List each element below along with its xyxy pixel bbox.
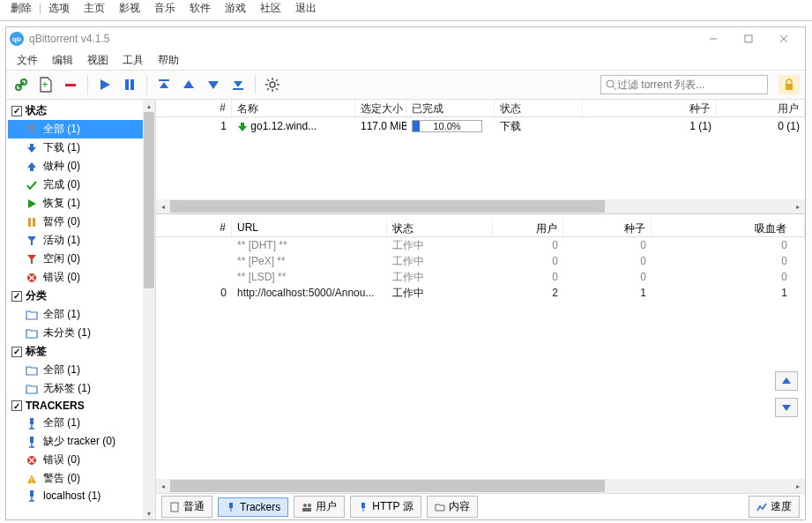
top-menu-item[interactable]: 主页: [77, 1, 112, 16]
tracker-row[interactable]: ** [LSD] **工作中000: [156, 269, 805, 285]
menu-item[interactable]: 视图: [80, 51, 115, 70]
dcol-url[interactable]: URL: [232, 220, 387, 236]
dcol-num[interactable]: #: [156, 220, 232, 236]
sidebar-item-trackers[interactable]: 错误 (0): [8, 451, 143, 469]
move-up-small-button[interactable]: [775, 371, 798, 391]
torrent-row[interactable]: 1 go1.12.wind...117.0 MiB10.0%下载1 (1)0 (…: [156, 117, 805, 135]
dcol-leech[interactable]: 吸血者: [652, 220, 805, 236]
top-menu-item[interactable]: 删除: [4, 1, 39, 16]
checkbox-icon[interactable]: ✓: [11, 291, 22, 302]
top-menu-item[interactable]: 影视: [112, 1, 147, 16]
filter-input[interactable]: [617, 78, 764, 91]
settings-button[interactable]: [263, 75, 282, 94]
remove-button[interactable]: [61, 75, 80, 94]
sidebar-section-head[interactable]: ✓标签: [8, 342, 143, 361]
sidebar-item-status[interactable]: 全部 (1): [8, 120, 143, 138]
dcol-peers[interactable]: 用户: [493, 220, 563, 236]
checkbox-icon[interactable]: ✓: [11, 347, 22, 357]
svg-marker-36: [27, 255, 36, 264]
tracker-row[interactable]: ** [PeX] **工作中000: [156, 253, 805, 269]
sidebar-section-head[interactable]: ✓状态: [8, 101, 143, 120]
move-up-button[interactable]: [179, 75, 198, 94]
sidebar-scrollbar[interactable]: ▴ ▾: [143, 100, 155, 519]
torrent-header[interactable]: # 名称 选定大小 已完成 状态 种子 用户: [156, 100, 805, 117]
move-down-button[interactable]: [204, 75, 223, 94]
col-status[interactable]: 状态: [495, 100, 583, 116]
tab-peers[interactable]: 用户: [294, 496, 345, 518]
scrollbar-down-icon[interactable]: ▾: [143, 507, 155, 519]
bottom-tabs: 普通 Trackers 用户 HTTP 源 内容 速度: [156, 493, 805, 519]
sidebar-item-category[interactable]: 未分类 (1): [8, 324, 143, 342]
col-seeds[interactable]: 种子: [583, 100, 717, 116]
scrollbar-up-icon[interactable]: ▴: [143, 100, 155, 112]
tab-http[interactable]: HTTP 源: [350, 496, 421, 518]
detail-hscroll[interactable]: ◂ ▸: [156, 479, 805, 493]
detail-header[interactable]: # URL 状态 用户 种子 吸血者: [156, 220, 805, 237]
sidebar-item-status[interactable]: 恢复 (1): [8, 194, 143, 213]
filter-search[interactable]: [600, 75, 768, 94]
tracker-row[interactable]: 0http://localhost:5000/Annou...工作中211: [156, 285, 805, 301]
menu-item[interactable]: 工具: [115, 51, 151, 70]
checkbox-icon[interactable]: ✓: [11, 400, 22, 411]
pause-button[interactable]: [120, 75, 139, 94]
move-bottom-button[interactable]: [228, 75, 248, 94]
menu-item[interactable]: 文件: [10, 51, 45, 70]
minimize-button[interactable]: [696, 28, 731, 49]
svg-point-59: [303, 504, 307, 507]
sidebar-item-tags[interactable]: 全部 (1): [8, 361, 143, 379]
sidebar-section-head[interactable]: ✓TRACKERS: [8, 398, 143, 414]
add-file-button[interactable]: +: [36, 75, 56, 94]
dcol-seeds[interactable]: 种子: [563, 220, 652, 236]
sidebar-item-status[interactable]: 完成 (0): [8, 176, 143, 194]
top-menu-item[interactable]: 社区: [253, 1, 288, 16]
sidebar-item-trackers[interactable]: localhost (1): [8, 488, 143, 504]
add-link-button[interactable]: [11, 75, 31, 94]
scrollbar-thumb[interactable]: [144, 112, 154, 288]
top-menu-item[interactable]: 软件: [183, 1, 218, 16]
sidebar-item-trackers[interactable]: 警告 (0): [8, 469, 143, 488]
sidebar-section-head[interactable]: ✓分类: [8, 287, 143, 305]
sidebar-item-trackers[interactable]: 全部 (1): [8, 414, 143, 432]
hscroll-right-icon[interactable]: ▸: [791, 199, 805, 213]
sidebar-item-status[interactable]: 做种 (0): [8, 157, 143, 176]
hscroll-right-icon[interactable]: ▸: [791, 479, 805, 493]
menu-item[interactable]: 编辑: [45, 51, 80, 70]
top-menu-item[interactable]: 选项: [41, 1, 77, 16]
warn-icon: [26, 473, 38, 485]
sidebar-item-status[interactable]: 下载 (1): [8, 138, 143, 157]
top-menu-item[interactable]: 游戏: [218, 1, 253, 16]
col-num[interactable]: #: [156, 100, 232, 116]
sidebar-item-category[interactable]: 全部 (1): [8, 305, 143, 324]
lock-button[interactable]: [778, 75, 800, 94]
top-menu-item[interactable]: 退出: [288, 1, 324, 16]
tracker-row[interactable]: ** [DHT] **工作中000: [156, 237, 805, 253]
tab-general[interactable]: 普通: [161, 496, 212, 518]
top-menu-item[interactable]: 音乐: [147, 1, 183, 16]
dcol-status[interactable]: 状态: [387, 220, 493, 236]
col-done[interactable]: 已完成: [406, 100, 495, 116]
sidebar-item-status[interactable]: 暂停 (0): [8, 213, 143, 231]
torrent-hscroll[interactable]: ◂ ▸: [156, 199, 805, 213]
col-size[interactable]: 选定大小: [355, 100, 406, 116]
maximize-button[interactable]: [731, 28, 766, 49]
menu-item[interactable]: 帮助: [151, 51, 186, 70]
hscroll-left-icon[interactable]: ◂: [156, 479, 170, 493]
hscroll-left-icon[interactable]: ◂: [156, 199, 170, 213]
col-name[interactable]: 名称: [232, 100, 355, 116]
checkbox-icon[interactable]: ✓: [11, 106, 22, 116]
http-icon: [358, 502, 369, 512]
sidebar-item-tags[interactable]: 无标签 (1): [8, 379, 143, 398]
sidebar-item-trackers[interactable]: 缺少 tracker (0): [8, 432, 143, 451]
document-icon: [169, 502, 180, 512]
resume-button[interactable]: [95, 75, 115, 94]
sidebar-item-status[interactable]: 错误 (0): [8, 268, 143, 287]
close-button[interactable]: [766, 28, 801, 49]
col-peers[interactable]: 用户: [717, 100, 805, 116]
sidebar-item-status[interactable]: 活动 (1): [8, 231, 143, 250]
tab-trackers[interactable]: Trackers: [218, 497, 288, 517]
move-down-small-button[interactable]: [775, 398, 798, 417]
tab-speed[interactable]: 速度: [749, 496, 800, 518]
move-top-button[interactable]: [154, 75, 174, 94]
tab-content[interactable]: 内容: [427, 496, 478, 518]
sidebar-item-status[interactable]: 空闲 (0): [8, 250, 143, 268]
